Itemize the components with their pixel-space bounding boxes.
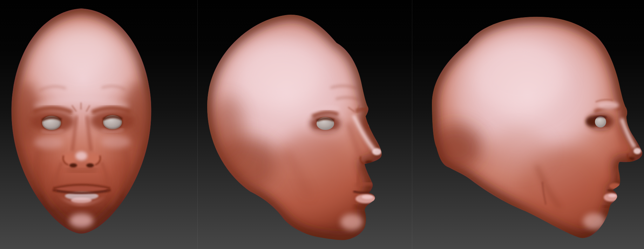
head-render-three-quarter	[197, 0, 412, 249]
under-lip-shadow	[603, 206, 613, 207]
front-head	[12, 8, 152, 234]
chin-highlight	[340, 214, 363, 230]
viewport-panel-three-quarter[interactable]	[197, 0, 412, 249]
back-skull-shadow	[210, 97, 245, 163]
chin-highlight	[69, 214, 93, 228]
under-lip-shadow	[67, 209, 97, 211]
profile-head	[429, 17, 642, 238]
three-quarter-head	[207, 15, 382, 240]
lower-lip-highlight	[362, 195, 373, 199]
left-nostril	[69, 163, 77, 168]
head-render-profile	[412, 0, 644, 249]
far-upper-lid-shadow	[368, 118, 377, 119]
left-mouth-corner	[52, 189, 57, 192]
viewport-panel-profile[interactable]	[412, 0, 644, 249]
temporal-shading	[486, 130, 549, 172]
cheek-mass-shadow	[273, 130, 353, 214]
forehead-highlight-core	[50, 28, 113, 77]
right-nostril	[86, 163, 94, 168]
panel-divider	[197, 0, 198, 249]
cranium-highlight-core	[472, 40, 566, 114]
nose-tip-highlight	[633, 148, 641, 154]
left-cheek-highlight	[34, 136, 64, 149]
head-render-front	[0, 0, 197, 249]
sculpt-viewport	[0, 0, 644, 249]
chin-highlight	[583, 213, 605, 229]
brow-highlight	[598, 101, 619, 110]
right-mouth-corner	[106, 189, 111, 192]
nostril	[365, 160, 373, 164]
lower-lip-highlight	[608, 194, 617, 197]
right-cheek-highlight	[101, 136, 130, 148]
upper-lip	[609, 183, 621, 189]
cranium-highlight-core	[236, 42, 324, 109]
viewport-panel-front[interactable]	[0, 0, 197, 249]
far-eye-socket	[364, 115, 379, 131]
nose-tip-highlight	[75, 151, 87, 160]
philtrum-shadow	[618, 165, 619, 181]
occipital-shadow	[429, 125, 482, 170]
nose-tip-highlight	[372, 148, 381, 155]
near-eye	[310, 115, 341, 132]
far-eyeball	[368, 117, 377, 129]
upper-lip-shadow	[355, 184, 372, 185]
lower-lip-highlight	[71, 197, 92, 203]
panel-divider	[412, 0, 412, 249]
